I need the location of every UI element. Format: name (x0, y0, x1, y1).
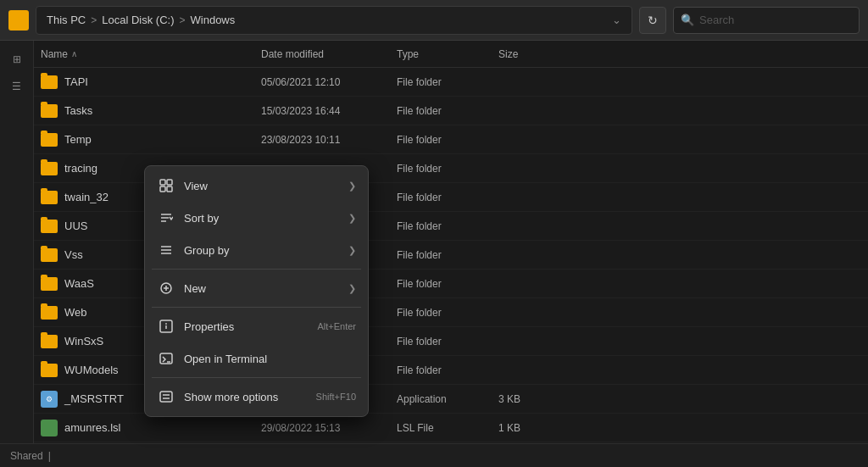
submenu-arrow-icon: ❯ (348, 213, 356, 224)
file-type: File folder (397, 105, 498, 117)
context-menu-label: Properties (184, 320, 317, 333)
search-placeholder: Search (699, 14, 734, 26)
file-type: Application (397, 393, 498, 405)
file-name: Tasks (64, 104, 261, 117)
grid-icon (157, 176, 175, 195)
context-menu-item-sort_by[interactable]: Sort by ❯ (147, 202, 366, 234)
status-text: Shared (10, 450, 43, 462)
svg-rect-0 (160, 180, 165, 185)
table-row[interactable]: Tasks 15/03/2023 16:44 File folder (34, 97, 868, 125)
search-bar[interactable]: 🔍 Search (673, 7, 860, 34)
svg-point-15 (166, 324, 167, 325)
status-bar: Shared | (0, 443, 868, 467)
file-type: File folder (397, 249, 498, 261)
file-type: LSL File (397, 422, 498, 434)
breadcrumb-sep-1: > (91, 14, 97, 26)
folder-icon (41, 248, 58, 262)
submenu-arrow-icon: ❯ (348, 283, 356, 294)
file-size: 3 KB (498, 393, 566, 405)
context-menu-separator (152, 269, 361, 270)
file-type: File folder (397, 336, 498, 347)
file-type: File folder (397, 278, 498, 290)
lsl-icon (41, 420, 58, 436)
breadcrumb[interactable]: This PC > Local Disk (C:) > Windows ⌄ (36, 6, 632, 35)
svg-rect-2 (160, 186, 165, 192)
context-menu-item-new[interactable]: New ❯ (147, 272, 366, 304)
breadcrumb-windows[interactable]: Windows (191, 14, 236, 26)
folder-icon (41, 277, 58, 291)
file-name: TAPI (64, 75, 261, 88)
plus-circle-icon (157, 279, 175, 297)
context-menu-label: Open in Terminal (184, 353, 356, 365)
folder-icon (41, 133, 58, 147)
breadcrumb-sep-2: > (180, 14, 186, 26)
folder-icon (41, 75, 58, 89)
refresh-button[interactable]: ↻ (639, 7, 666, 34)
context-menu-item-open_terminal[interactable]: Open in Terminal (147, 342, 366, 375)
status-separator: | (48, 450, 51, 462)
file-date: 23/08/2023 10:11 (261, 134, 397, 146)
title-bar: This PC > Local Disk (C:) > Windows ⌄ ↻ … (0, 0, 868, 41)
group-icon (157, 241, 175, 259)
sidebar-item-2[interactable]: ☰ (3, 75, 31, 98)
context-menu-item-properties[interactable]: Properties Alt+Enter (147, 310, 366, 342)
terminal-icon (157, 349, 175, 368)
file-name: Temp (64, 133, 261, 146)
file-name: amunres.lsl (64, 421, 261, 434)
file-type: File folder (397, 364, 498, 376)
file-date: 15/03/2023 16:44 (261, 105, 397, 117)
file-type: File folder (397, 307, 498, 319)
folder-icon (41, 335, 58, 348)
col-header-name[interactable]: Name ∧ (41, 48, 261, 60)
context-menu-separator (152, 377, 361, 378)
file-type: File folder (397, 134, 498, 146)
submenu-arrow-icon: ❯ (348, 245, 356, 256)
file-size: 1 KB (498, 422, 566, 434)
context-menu-item-show_more[interactable]: Show more options Shift+F10 (147, 381, 366, 413)
file-type: File folder (397, 163, 498, 175)
sidebar: ⊞ ☰ (0, 41, 34, 443)
context-menu-item-group_by[interactable]: Group by ❯ (147, 234, 366, 266)
title-bar-actions: ↻ (639, 7, 666, 34)
info-icon (157, 317, 175, 336)
context-menu-item-view[interactable]: View ❯ (147, 170, 366, 202)
file-type: File folder (397, 76, 498, 88)
table-row[interactable]: Temp 23/08/2023 10:11 File folder (34, 125, 868, 154)
file-type: File folder (397, 192, 498, 203)
svg-rect-18 (160, 392, 172, 402)
file-list-header: Name ∧ Date modified Type Size (34, 41, 868, 68)
table-row[interactable]: amunres.lsl 29/08/2022 15:13 LSL File 1 … (34, 414, 868, 442)
folder-icon (8, 10, 29, 31)
breadcrumb-dropdown-icon[interactable]: ⌄ (612, 14, 621, 26)
sort-icon (157, 208, 175, 227)
file-date: 05/06/2021 12:10 (261, 76, 397, 88)
sort-arrow-name: ∧ (71, 49, 77, 58)
main-area: ⊞ ☰ Name ∧ Date modified Type Size TAPI … (0, 41, 868, 443)
folder-icon (41, 191, 58, 204)
svg-rect-3 (167, 186, 172, 192)
shortcut-label: Shift+F10 (316, 392, 356, 402)
app-icon: ⚙ (41, 391, 58, 408)
context-menu-separator (152, 307, 361, 308)
folder-icon (41, 364, 58, 377)
table-row[interactable]: TAPI 05/06/2021 12:10 File folder (34, 68, 868, 97)
search-icon: 🔍 (681, 14, 694, 26)
submenu-arrow-icon: ❯ (348, 181, 356, 192)
context-menu: View ❯ Sort by ❯ Group by ❯ New ❯ Proper… (144, 165, 369, 417)
shortcut-label: Alt+Enter (317, 321, 356, 331)
breadcrumb-localdisk[interactable]: Local Disk (C:) (102, 14, 174, 26)
svg-rect-1 (167, 180, 172, 185)
file-date: 29/08/2022 15:13 (261, 422, 397, 434)
more-icon (157, 387, 175, 406)
col-header-date[interactable]: Date modified (261, 48, 397, 60)
folder-icon (41, 162, 58, 175)
context-menu-label: Group by (184, 244, 345, 257)
col-header-size[interactable]: Size (498, 48, 566, 60)
sidebar-item-1[interactable]: ⊞ (3, 47, 31, 71)
context-menu-label: Show more options (184, 391, 316, 403)
folder-icon (41, 104, 58, 118)
folder-icon (41, 306, 58, 320)
breadcrumb-thispc[interactable]: This PC (47, 14, 86, 26)
context-menu-label: New (184, 282, 345, 295)
col-header-type[interactable]: Type (397, 48, 498, 60)
